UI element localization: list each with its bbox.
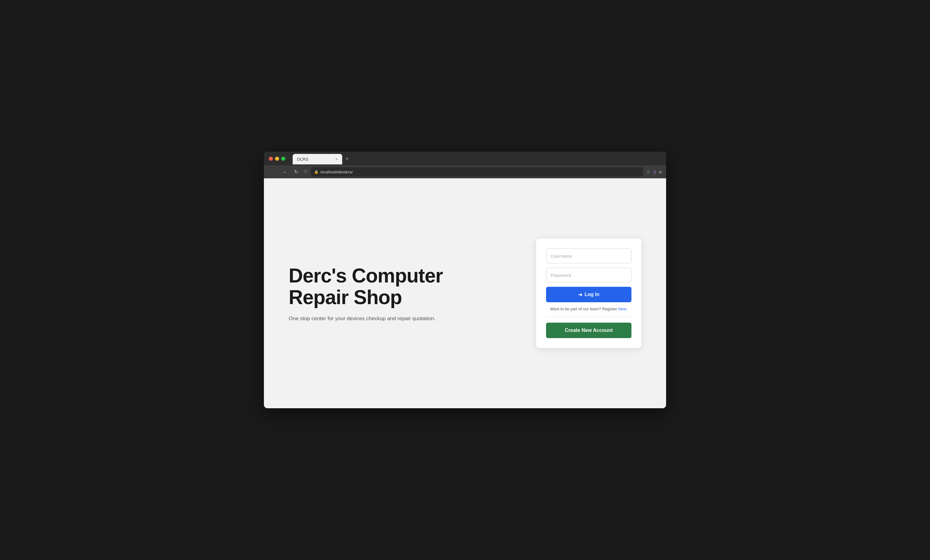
register-link[interactable]: here.	[619, 307, 628, 311]
divider	[546, 317, 631, 317]
nav-bar: ← → ↻ 🛡 🔒 localhost/devdcrs/ ☆ () ≡	[264, 165, 666, 178]
traffic-lights	[269, 157, 285, 161]
page-content: Derc's Computer Repair Shop One stop cen…	[264, 178, 666, 408]
new-tab-button[interactable]: +	[343, 155, 351, 163]
password-input[interactable]	[546, 268, 631, 282]
register-text: Want to be part of our team? Register he…	[546, 307, 631, 311]
browser-window: DCRS × + ← → ↻ 🛡 🔒 localhost/devdcrs/ ☆ …	[264, 152, 666, 408]
bookmark-button[interactable]: ☆	[646, 169, 650, 175]
extensions-button[interactable]: ()	[653, 170, 656, 174]
tab-title: DCRS	[297, 157, 308, 162]
create-account-button[interactable]: Create New Account	[546, 323, 631, 338]
close-traffic-light[interactable]	[269, 157, 273, 161]
shield-icon: 🛡	[303, 169, 308, 174]
lock-icon: 🔒	[314, 170, 319, 174]
address-bar[interactable]: 🔒 localhost/devdcrs/	[311, 167, 643, 176]
hero-subtitle: One stop center for your devices checkup…	[289, 316, 474, 322]
register-prompt: Want to be part of our team? Register	[550, 307, 619, 311]
hero-title: Derc's Computer Repair Shop	[289, 265, 474, 308]
hero-section: Derc's Computer Repair Shop One stop cen…	[289, 265, 474, 322]
title-bar: DCRS × +	[264, 152, 666, 165]
minimize-traffic-light[interactable]	[275, 157, 279, 161]
login-button[interactable]: ➔ Log In	[546, 287, 631, 302]
tab-bar: DCRS × +	[289, 154, 351, 164]
forward-button[interactable]: →	[280, 167, 289, 176]
back-button[interactable]: ←	[268, 167, 277, 176]
active-tab[interactable]: DCRS ×	[293, 154, 342, 164]
nav-right-controls: ☆ () ≡	[646, 169, 662, 175]
login-card: ➔ Log In Want to be part of our team? Re…	[536, 239, 641, 348]
menu-button[interactable]: ≡	[659, 169, 662, 175]
login-button-label: Log In	[585, 292, 600, 297]
reload-button[interactable]: ↻	[292, 167, 300, 176]
tab-close-button[interactable]: ×	[336, 157, 338, 162]
url-text: localhost/devdcrs/	[320, 170, 353, 174]
maximize-traffic-light[interactable]	[281, 157, 285, 161]
browser-chrome: DCRS × + ← → ↻ 🛡 🔒 localhost/devdcrs/ ☆ …	[264, 152, 666, 178]
login-icon: ➔	[578, 292, 582, 298]
username-input[interactable]	[546, 249, 631, 263]
create-account-label: Create New Account	[565, 328, 613, 333]
